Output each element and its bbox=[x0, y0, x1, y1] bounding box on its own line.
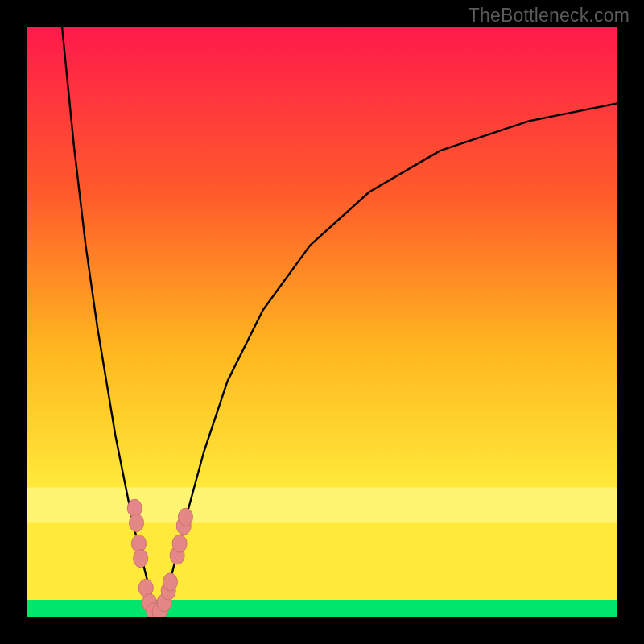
svg-point-1 bbox=[130, 514, 144, 532]
sample-dot bbox=[172, 535, 187, 552]
plot-area bbox=[27, 27, 617, 617]
watermark-text: TheBottleneck.com bbox=[469, 5, 630, 27]
chart-frame: TheBottleneck.com bbox=[0, 0, 644, 644]
svg-point-14 bbox=[178, 508, 192, 526]
pale-band bbox=[27, 488, 617, 523]
chart-svg bbox=[27, 27, 617, 617]
sample-dot bbox=[134, 550, 148, 568]
sample-dot bbox=[178, 508, 192, 526]
svg-point-10 bbox=[163, 573, 177, 591]
svg-point-12 bbox=[172, 535, 187, 552]
sample-dot bbox=[130, 514, 144, 532]
sample-dot bbox=[163, 573, 177, 591]
svg-point-3 bbox=[134, 550, 148, 568]
gradient-background bbox=[27, 27, 617, 617]
green-band bbox=[27, 600, 617, 617]
